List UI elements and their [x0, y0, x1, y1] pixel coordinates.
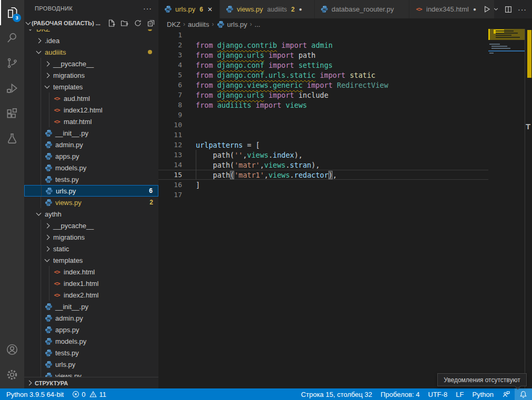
tree-item-migrations[interactable]: migrations — [24, 69, 158, 81]
feedback-item[interactable] — [498, 388, 515, 400]
tree-item--pycache-[interactable]: __pycache__ — [24, 58, 158, 69]
encoding-item[interactable]: UTF-8 — [424, 388, 452, 400]
tree-item-apps-py[interactable]: apps.py — [24, 150, 158, 162]
tree-item-aud-html[interactable]: <>aud.html — [24, 93, 158, 104]
code-line-11[interactable]: 11 — [158, 130, 488, 140]
activity-search[interactable] — [0, 25, 24, 50]
code-line-8[interactable]: 8from audiiits import views — [158, 100, 488, 110]
code-line-15[interactable]: 15 path('matr1',views.redactor), — [158, 170, 488, 180]
source-control-icon — [5, 56, 19, 70]
tree-item-tests-py[interactable]: tests.py — [24, 347, 158, 358]
new-file-icon[interactable] — [107, 19, 116, 27]
code-line-17[interactable]: 17 — [158, 190, 488, 200]
breadcrumb-item-urls-py[interactable]: urls.py — [216, 20, 247, 28]
breadcrumb-item--[interactable]: ... — [255, 20, 260, 28]
tree-item-admin-py[interactable]: admin.py — [24, 312, 158, 324]
code-line-12[interactable]: 12urlpatterns = [ — [158, 140, 488, 150]
cursor-position-item[interactable]: Строка 15, столбец 32 — [297, 388, 376, 400]
tree-item-models-py[interactable]: models.py — [24, 335, 158, 347]
code-line-6[interactable]: 6from django.views.generic import Redire… — [158, 80, 488, 90]
editor-more-actions-icon[interactable]: ··· — [518, 5, 527, 14]
tree-item-views-py[interactable]: views.py2 — [24, 197, 158, 208]
tree-item-index-html[interactable]: <>index.html — [24, 266, 158, 278]
notifications-bell-item[interactable] — [515, 388, 532, 400]
eol-item[interactable]: LF — [451, 388, 468, 400]
tree-item-dkz[interactable]: DKZ — [24, 29, 158, 35]
run-debug-icon — [5, 81, 19, 95]
code-line-5[interactable]: 5from django.conf.urls.static import sta… — [158, 70, 488, 80]
tree-item-tests-py[interactable]: tests.py — [24, 173, 158, 185]
python-icon — [44, 348, 53, 357]
activity-account[interactable] — [0, 337, 24, 362]
new-folder-icon[interactable] — [121, 19, 129, 27]
tree-item-migrations[interactable]: migrations — [24, 231, 158, 243]
tree-item-index1-html[interactable]: <>index1.html — [24, 278, 158, 289]
run-icon[interactable] — [482, 5, 491, 14]
tree-item-templates[interactable]: templates — [24, 254, 158, 266]
code-line-3[interactable]: 3from django.urls import path — [158, 50, 488, 60]
indentation-item[interactable]: Пробелов: 4 — [376, 388, 424, 400]
code-line-4[interactable]: 4from django.conf import settings — [158, 60, 488, 70]
language-mode-item[interactable]: Python — [468, 388, 498, 400]
python-interpreter-item[interactable]: Python 3.9.5 64-bit — [0, 388, 68, 400]
activity-run-debug[interactable] — [0, 76, 24, 101]
close-icon[interactable]: ✕ — [207, 6, 213, 13]
tree-item--init-py[interactable]: __init__.py — [24, 301, 158, 312]
tree-item-matr-html[interactable]: <>matr.html — [24, 116, 158, 127]
editor-scrollbar[interactable]: T — [525, 29, 532, 388]
tree-item-label: admin.py — [55, 141, 83, 149]
tree-item-index2-html[interactable]: <>index2.html — [24, 289, 158, 301]
activity-extensions[interactable] — [0, 101, 24, 126]
tab-views-py[interactable]: views.pyaudiiits2● — [220, 0, 315, 18]
code-line-2[interactable]: 2from django.contrib import admin — [158, 40, 488, 50]
problems-item[interactable]: 0 11 — [68, 388, 111, 400]
workspace-section-header[interactable]: (РАБОЧАЯ ОБЛАСТЬ) ... — [24, 17, 158, 29]
tree-item-aythh[interactable]: aythh — [24, 208, 158, 220]
html-icon: <> — [53, 94, 61, 102]
breadcrumb-item-audiiits[interactable]: audiiits — [188, 20, 209, 28]
tree-item-admin-py[interactable]: admin.py — [24, 139, 158, 150]
tree-item-label: index12.html — [64, 106, 103, 114]
tree-item-audiiits[interactable]: audiiits — [24, 46, 158, 58]
explorer-more-actions-icon[interactable]: ··· — [143, 4, 152, 13]
tree-item-label: apps.py — [55, 152, 79, 160]
split-editor-icon[interactable] — [504, 5, 513, 14]
activity-source-control[interactable] — [0, 50, 24, 76]
code-line-10[interactable]: 10 — [158, 120, 488, 130]
tree-item--pycache-[interactable]: __pycache__ — [24, 220, 158, 231]
code-editor[interactable]: 12from django.contrib import admin3from … — [158, 30, 488, 200]
tab-database-roouter-py[interactable]: database_roouter.py — [315, 0, 409, 18]
tree-item-templates[interactable]: templates — [24, 81, 158, 93]
code-line-16[interactable]: 16] — [158, 180, 488, 190]
activity-testing[interactable] — [0, 126, 24, 151]
breadcrumb-item-dkz[interactable]: DKZ — [167, 20, 180, 28]
code-line-9[interactable]: 9 — [158, 110, 488, 120]
activity-settings[interactable] — [0, 362, 24, 387]
line-number: 6 — [158, 81, 182, 89]
extensions-icon — [5, 107, 19, 120]
minimap[interactable] — [488, 29, 525, 376]
activity-explorer[interactable]: 3 — [0, 0, 24, 25]
code-line-13[interactable]: 13 path('',views.index), — [158, 150, 488, 160]
outline-section-header[interactable]: СТРУКТУРА — [24, 377, 158, 388]
code-line-14[interactable]: 14 path('matr',views.stran), — [158, 160, 488, 170]
tree-item-views-py[interactable]: views.py — [24, 370, 158, 377]
code-token — [213, 41, 217, 49]
html-icon: <> — [53, 268, 61, 276]
code-token: views — [268, 171, 290, 179]
code-line-7[interactable]: 7from django.urls import include — [158, 90, 488, 100]
tree-item--init-py[interactable]: __init__.py — [24, 127, 158, 139]
tree-item-index12-html[interactable]: <>index12.html — [24, 104, 158, 116]
breadcrumb-label: urls.py — [227, 20, 247, 28]
tree-item--idea[interactable]: .idea — [24, 35, 158, 46]
tree-item-urls-py[interactable]: urls.py6 — [24, 185, 158, 197]
tree-item-models-py[interactable]: models.py — [24, 162, 158, 173]
tree-item-urls-py[interactable]: urls.py — [24, 358, 158, 370]
tree-item-apps-py[interactable]: apps.py — [24, 324, 158, 335]
refresh-icon[interactable] — [134, 19, 142, 27]
tree-item-static[interactable]: static — [24, 243, 158, 254]
code-line-1[interactable]: 1 — [158, 30, 488, 40]
tab-urls-py[interactable]: urls.py6✕ — [158, 0, 220, 18]
collapse-all-icon[interactable] — [147, 19, 155, 27]
run-dropdown-chevron-icon[interactable] — [493, 6, 499, 12]
